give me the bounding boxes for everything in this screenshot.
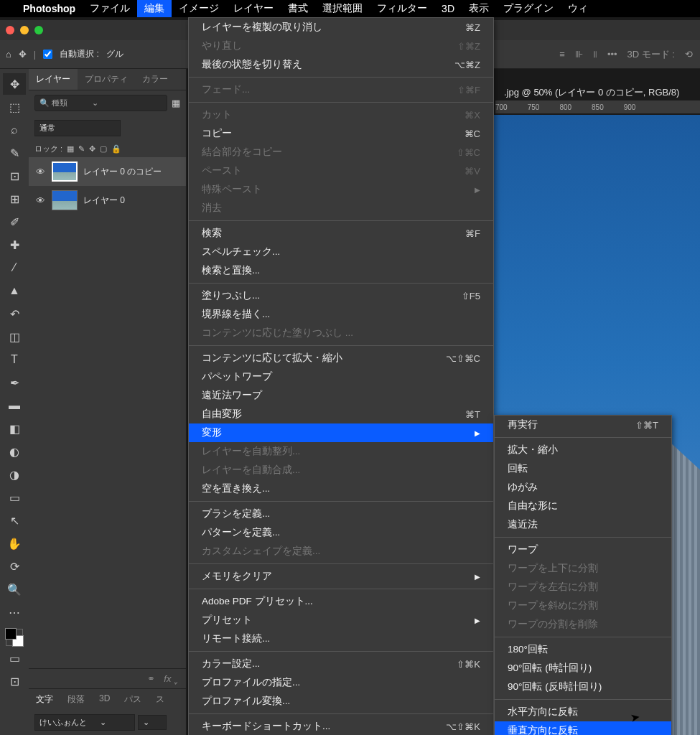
- home-icon[interactable]: ⌂: [6, 49, 11, 60]
- filter-icon[interactable]: ▦: [172, 98, 180, 108]
- arrow-tool[interactable]: ↖: [3, 510, 26, 531]
- menu-item[interactable]: 拡大・縮小: [495, 441, 671, 459]
- lock-pixels-icon[interactable]: ▦: [67, 144, 74, 154]
- menu-item[interactable]: パターンを定義...: [189, 523, 493, 542]
- more-tools[interactable]: ⋯: [3, 601, 26, 623]
- menu-item[interactable]: 90°回転 (反時計回り): [495, 678, 671, 696]
- layer-name[interactable]: レイヤー 0: [83, 195, 125, 207]
- menu-item[interactable]: プロファイルの指定...: [189, 673, 493, 692]
- menu-item[interactable]: レイヤーを複製の取り消し⌘Z: [189, 18, 493, 37]
- blur-tool[interactable]: ◐: [3, 441, 26, 462]
- menu-item[interactable]: コピー⌘C: [189, 124, 493, 143]
- move-tool[interactable]: ✥: [3, 73, 26, 95]
- tab-layers[interactable]: レイヤー: [29, 69, 78, 90]
- visibility-icon[interactable]: 👁: [34, 195, 46, 206]
- menu-window[interactable]: ウィ: [561, 0, 595, 17]
- menu-item[interactable]: 塗りつぶし...⇧F5: [189, 286, 493, 305]
- move-tool-icon[interactable]: ✥: [19, 49, 27, 60]
- menu-item[interactable]: 再実行⇧⌘T: [495, 416, 671, 434]
- blend-mode[interactable]: 通常: [34, 120, 121, 136]
- menu-item[interactable]: メモリをクリア▶: [189, 567, 493, 586]
- crop-tool[interactable]: ⊡: [3, 165, 26, 187]
- menu-file[interactable]: ファイル: [83, 0, 137, 17]
- color-swatch[interactable]: [6, 629, 23, 646]
- menu-image[interactable]: イメージ: [172, 0, 226, 17]
- lock-artboard-icon[interactable]: ▢: [100, 144, 107, 154]
- menu-item[interactable]: 検索⌘F: [189, 224, 493, 243]
- visibility-icon[interactable]: 👁: [34, 167, 46, 177]
- menu-item[interactable]: スペルチェック...: [189, 243, 493, 261]
- menu-type[interactable]: 書式: [281, 0, 315, 17]
- menu-3d[interactable]: 3D: [434, 1, 462, 17]
- tab-para[interactable]: 段落: [60, 689, 92, 710]
- menu-item[interactable]: 水平方向に反転: [495, 703, 671, 721]
- type-tool[interactable]: T: [3, 349, 26, 370]
- menu-item[interactable]: プリセット▶: [189, 611, 493, 629]
- menu-item[interactable]: Adobe PDF プリセット...: [189, 592, 493, 611]
- layer-row[interactable]: 👁 レイヤー 0 のコピー: [29, 157, 186, 186]
- layer-search[interactable]: 🔍 種類 ⌄: [34, 95, 167, 111]
- menu-item[interactable]: リモート接続...: [189, 629, 493, 648]
- tab-properties[interactable]: プロパティ: [78, 69, 135, 90]
- menu-item[interactable]: キーボードショートカット...⌥⇧⌘K: [189, 717, 493, 735]
- menu-plugin[interactable]: プラグイン: [496, 0, 561, 17]
- quickmask-icon[interactable]: ▭: [3, 647, 26, 669]
- distribute-icon[interactable]: ⊪: [575, 49, 583, 60]
- align-icon[interactable]: ≡: [559, 49, 565, 60]
- menu-item[interactable]: 90°回転 (時計回り): [495, 659, 671, 678]
- gradient-tool[interactable]: ◧: [3, 418, 26, 439]
- menu-item[interactable]: 境界線を描く...: [189, 305, 493, 324]
- menu-select[interactable]: 選択範囲: [315, 0, 370, 17]
- minimize-icon[interactable]: [20, 26, 29, 34]
- lasso-tool[interactable]: ⌕: [3, 119, 26, 141]
- menu-item[interactable]: 検索と置換...: [189, 261, 493, 280]
- menu-item[interactable]: 最後の状態を切り替え⌥⌘Z: [189, 55, 493, 74]
- menu-item[interactable]: コンテンツに応じて拡大・縮小⌥⇧⌘C: [189, 349, 493, 368]
- align-icon2[interactable]: ⫴: [593, 49, 597, 60]
- hand-tool[interactable]: ✋: [3, 533, 26, 554]
- menu-item[interactable]: プロファイル変換...: [189, 692, 493, 711]
- lock-brush-icon[interactable]: ✎: [78, 144, 85, 154]
- screenmode-icon[interactable]: ⊡: [3, 670, 26, 692]
- heal-tool[interactable]: ✚: [3, 234, 26, 256]
- link-icon[interactable]: ⚭: [147, 673, 155, 684]
- tab-s[interactable]: ス: [149, 689, 172, 710]
- menu-item[interactable]: ゆがみ: [495, 478, 671, 497]
- ruler-tool[interactable]: ▬: [3, 395, 26, 416]
- lock-position-icon[interactable]: ✥: [89, 144, 95, 154]
- tab-color[interactable]: カラー: [135, 69, 175, 90]
- brush-tool[interactable]: ⁄: [3, 257, 26, 278]
- layer-row[interactable]: 👁 レイヤー 0: [29, 186, 186, 215]
- pen-tool[interactable]: ✒: [3, 372, 26, 393]
- maximize-icon[interactable]: [34, 26, 43, 34]
- fx-icon[interactable]: fx ˬ: [164, 673, 179, 684]
- stamp-tool[interactable]: ▲: [3, 280, 26, 301]
- tab-char[interactable]: 文字: [29, 689, 60, 710]
- menu-filter[interactable]: フィルター: [370, 0, 434, 17]
- menu-view[interactable]: 表示: [462, 0, 496, 17]
- orbit-icon[interactable]: ⟲: [685, 49, 693, 60]
- menu-item[interactable]: 自由な形に: [495, 497, 671, 515]
- eyedropper-tool[interactable]: ✐: [3, 211, 26, 233]
- menu-item[interactable]: 変形▶: [189, 423, 493, 442]
- menu-item[interactable]: パペットワープ: [189, 368, 493, 386]
- menu-item[interactable]: 遠近法ワープ: [189, 386, 493, 405]
- eraser-tool[interactable]: ◫: [3, 326, 26, 347]
- menu-item[interactable]: 回転: [495, 459, 671, 478]
- menu-edit[interactable]: 編集: [137, 0, 172, 17]
- menu-item[interactable]: 180°回転: [495, 640, 671, 659]
- menu-item[interactable]: カラー設定...⇧⌘K: [189, 655, 493, 673]
- menu-item[interactable]: 空を置き換え...: [189, 479, 493, 498]
- layer-name[interactable]: レイヤー 0 のコピー: [83, 166, 162, 178]
- menu-layer[interactable]: レイヤー: [226, 0, 281, 17]
- lock-all-icon[interactable]: 🔒: [111, 144, 121, 154]
- tab-path[interactable]: パス: [117, 689, 149, 710]
- tab-3d[interactable]: 3D: [92, 689, 117, 710]
- close-icon[interactable]: [6, 26, 14, 34]
- menu-item[interactable]: 自由変形⌘T: [189, 405, 493, 423]
- font-select[interactable]: けいふぉんと ⌄: [34, 714, 135, 731]
- wand-tool[interactable]: ✎: [3, 142, 26, 164]
- app-name[interactable]: Photoshop: [16, 1, 83, 17]
- menu-item[interactable]: ブラシを定義...: [189, 505, 493, 523]
- rotate-tool[interactable]: ⟳: [3, 556, 26, 577]
